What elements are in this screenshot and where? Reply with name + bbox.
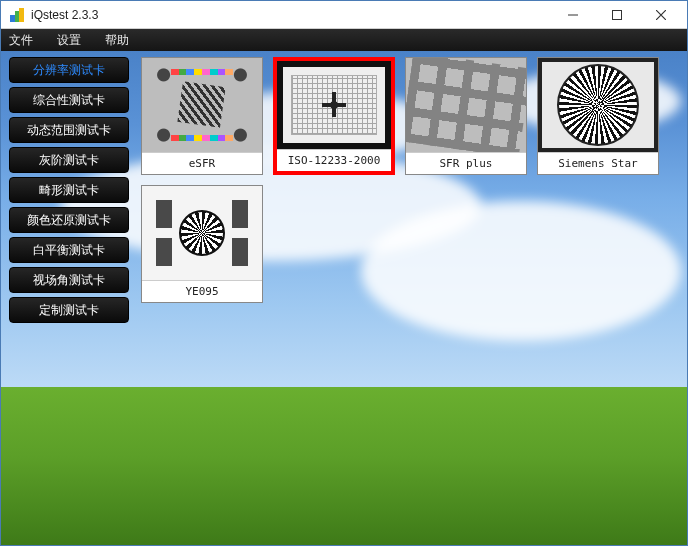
menubar: 文件 设置 帮助: [1, 29, 687, 51]
card-thumbnail: [142, 58, 262, 152]
sidebar-item-4[interactable]: 畸形测试卡: [9, 177, 129, 203]
svg-rect-2: [19, 8, 24, 22]
maximize-button[interactable]: [595, 1, 639, 29]
window-controls: [551, 1, 683, 29]
sidebar-item-2[interactable]: 动态范围测试卡: [9, 117, 129, 143]
sidebar-item-label: 畸形测试卡: [39, 182, 99, 199]
svg-rect-3: [613, 10, 622, 19]
sidebar-item-label: 定制测试卡: [39, 302, 99, 319]
sidebar-item-label: 动态范围测试卡: [27, 122, 111, 139]
card-label: ISO-12233-2000: [277, 149, 391, 171]
card-label: YE095: [142, 280, 262, 302]
sidebar-item-0[interactable]: 分辨率测试卡: [9, 57, 129, 83]
menu-settings[interactable]: 设置: [57, 32, 81, 49]
test-card-sfrp[interactable]: SFR plus: [405, 57, 527, 175]
sidebar-item-5[interactable]: 颜色还原测试卡: [9, 207, 129, 233]
test-card-siemens[interactable]: Siemens Star: [537, 57, 659, 175]
sidebar-item-label: 白平衡测试卡: [33, 242, 105, 259]
card-label: eSFR: [142, 152, 262, 174]
sidebar-item-1[interactable]: 综合性测试卡: [9, 87, 129, 113]
sidebar-item-6[interactable]: 白平衡测试卡: [9, 237, 129, 263]
card-thumbnail: [142, 186, 262, 280]
window-title: iQstest 2.3.3: [31, 8, 551, 22]
sidebar: 分辨率测试卡综合性测试卡动态范围测试卡灰阶测试卡畸形测试卡颜色还原测试卡白平衡测…: [9, 57, 129, 323]
card-thumbnail: [538, 58, 658, 152]
titlebar: iQstest 2.3.3: [1, 1, 687, 29]
card-label: SFR plus: [406, 152, 526, 174]
test-card-ye095[interactable]: YE095: [141, 185, 263, 303]
sidebar-item-label: 灰阶测试卡: [39, 152, 99, 169]
card-thumbnail: [277, 61, 391, 149]
card-label: Siemens Star: [538, 152, 658, 174]
test-card-iso[interactable]: ISO-12233-2000: [273, 57, 395, 175]
card-grid: eSFRISO-12233-2000SFR plusSiemens StarYE…: [141, 57, 687, 303]
sidebar-item-label: 综合性测试卡: [33, 92, 105, 109]
svg-rect-0: [10, 15, 15, 22]
minimize-button[interactable]: [551, 1, 595, 29]
workspace: 分辨率测试卡综合性测试卡动态范围测试卡灰阶测试卡畸形测试卡颜色还原测试卡白平衡测…: [1, 51, 687, 545]
sidebar-item-label: 颜色还原测试卡: [27, 212, 111, 229]
sidebar-item-3[interactable]: 灰阶测试卡: [9, 147, 129, 173]
menu-file[interactable]: 文件: [9, 32, 33, 49]
app-icon: [9, 7, 25, 23]
sidebar-item-label: 视场角测试卡: [33, 272, 105, 289]
sidebar-item-8[interactable]: 定制测试卡: [9, 297, 129, 323]
sidebar-item-7[interactable]: 视场角测试卡: [9, 267, 129, 293]
card-thumbnail: [406, 58, 526, 152]
close-button[interactable]: [639, 1, 683, 29]
test-card-esfr[interactable]: eSFR: [141, 57, 263, 175]
sidebar-item-label: 分辨率测试卡: [33, 62, 105, 79]
menu-help[interactable]: 帮助: [105, 32, 129, 49]
